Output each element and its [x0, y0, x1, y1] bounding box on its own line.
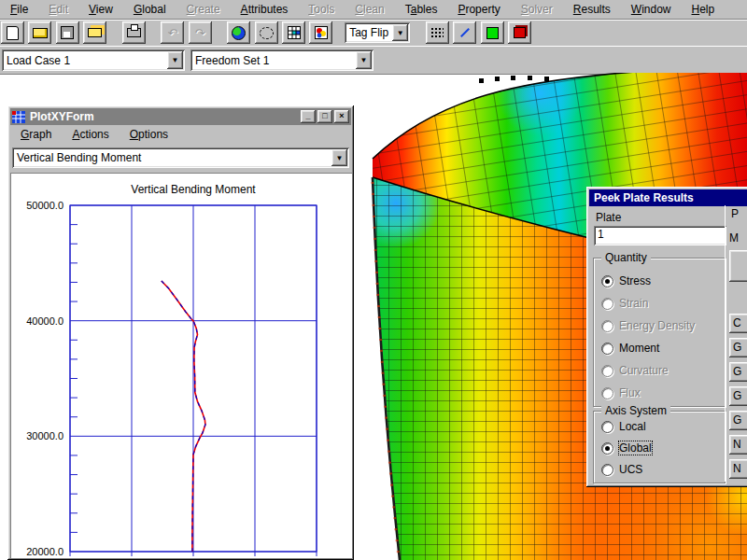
- radio-label: Moment: [619, 342, 659, 355]
- radio-circle[interactable]: [601, 421, 613, 433]
- partial-button-g-1[interactable]: G: [729, 338, 747, 357]
- tag-flip-dropdown-arrow[interactable]: ▼: [392, 24, 408, 41]
- xy-chart[interactable]: Vertical Bending Moment50000.040000.0300…: [11, 174, 350, 556]
- plotxy-window-title: PlotXYForm: [27, 110, 299, 123]
- main-toolbar: ↶ ↷ Tag Flip ▼: [0, 20, 747, 47]
- select-ellipse-icon[interactable]: [255, 21, 278, 44]
- radio-circle[interactable]: [601, 464, 613, 476]
- tag-flip-combobox[interactable]: Tag Flip ▼: [345, 22, 410, 43]
- dot-grid-icon[interactable]: [426, 21, 449, 44]
- radio-option-moment[interactable]: Moment: [601, 341, 659, 356]
- radio-circle[interactable]: [601, 275, 613, 287]
- radio-label: Curvature: [619, 364, 669, 377]
- menu-attributes[interactable]: Attributes: [231, 1, 299, 18]
- freedom-set-dropdown-arrow[interactable]: ▼: [356, 51, 372, 69]
- new-file-icon[interactable]: [1, 21, 24, 44]
- result-dropdown-arrow[interactable]: ▼: [331, 149, 347, 166]
- menu-property[interactable]: Property: [447, 1, 510, 18]
- radio-label: Flux: [619, 386, 641, 399]
- load-case-value: Load Case 1: [2, 54, 165, 67]
- table-grid-icon[interactable]: [282, 21, 305, 44]
- plate-input-value: 1: [598, 228, 604, 241]
- plotxy-titlebar[interactable]: PlotXYForm _ □ ×: [10, 108, 351, 125]
- main-menu-bar: FileEditViewGlobalCreateAttributesToolsC…: [0, 0, 747, 20]
- radio-option-stress[interactable]: Stress: [601, 273, 651, 288]
- right-column-label-p: P: [731, 207, 739, 220]
- radio-option-local[interactable]: Local: [601, 419, 646, 434]
- partial-button-g-2[interactable]: G: [729, 362, 747, 382]
- chart-ytick-label: 30000.0: [26, 430, 63, 441]
- toolbar-separator: [109, 21, 118, 43]
- plate-input[interactable]: 1: [594, 226, 726, 245]
- load-case-combobox[interactable]: Load Case 1 ▼: [2, 49, 185, 71]
- plate-label: Plate: [596, 211, 621, 224]
- result-combobox[interactable]: Vertical Bending Moment ▼: [12, 147, 349, 168]
- green-square-icon[interactable]: [481, 21, 504, 44]
- menu-actions[interactable]: Actions: [62, 126, 119, 143]
- close-icon[interactable]: ×: [334, 110, 349, 123]
- partial-button-n-6[interactable]: N: [729, 459, 747, 479]
- peek-dialog-right-column: P M CGGGGNN: [725, 205, 747, 482]
- menu-create: Create: [176, 1, 231, 18]
- minimize-icon[interactable]: _: [301, 110, 316, 123]
- freedom-set-value: Freedom Set 1: [190, 54, 354, 67]
- globe-icon[interactable]: [227, 21, 250, 44]
- quantity-group-label: Quantity: [601, 251, 651, 264]
- print-icon[interactable]: [122, 21, 146, 44]
- load-case-dropdown-arrow[interactable]: ▼: [167, 51, 183, 69]
- axis-system-groupbox: Axis System LocalGlobalUCS: [593, 411, 726, 483]
- right-column-partial-box[interactable]: [729, 250, 747, 282]
- red-cube-icon[interactable]: [508, 21, 531, 44]
- chart-title: Vertical Bending Moment: [131, 183, 256, 196]
- radio-circle: [601, 387, 613, 399]
- menu-results[interactable]: Results: [563, 1, 621, 18]
- radio-option-ucs[interactable]: UCS: [601, 462, 642, 477]
- axis-system-group-label: Axis System: [601, 404, 670, 417]
- radio-option-strain: Strain: [601, 296, 648, 311]
- menu-options[interactable]: Options: [120, 126, 178, 143]
- menu-tables[interactable]: Tables: [395, 1, 448, 18]
- radio-circle: [601, 298, 613, 310]
- save-all-folders-icon[interactable]: [83, 21, 106, 44]
- menu-window[interactable]: Window: [621, 1, 682, 18]
- peek-dialog-titlebar[interactable]: Peek Plate Results: [589, 189, 747, 206]
- freedom-set-combobox[interactable]: Freedom Set 1 ▼: [190, 49, 374, 71]
- open-folder-icon[interactable]: [28, 21, 51, 44]
- radio-option-curvature: Curvature: [601, 363, 669, 378]
- peek-plate-results-dialog: Peek Plate Results Plate 1 Quantity Stre…: [586, 187, 747, 487]
- maximize-icon[interactable]: □: [317, 110, 332, 123]
- radio-circle[interactable]: [601, 442, 613, 455]
- partial-button-g-4[interactable]: G: [729, 411, 747, 430]
- partial-button-n-5[interactable]: N: [729, 435, 747, 455]
- radio-label: Stress: [619, 274, 651, 287]
- menu-view[interactable]: View: [78, 1, 123, 18]
- menu-file[interactable]: File: [0, 1, 38, 18]
- menu-tools: Tools: [298, 1, 345, 18]
- selector-toolbar: Load Case 1 ▼ Freedom Set 1 ▼: [0, 46, 747, 75]
- partial-button-c-0[interactable]: C: [729, 314, 747, 333]
- menu-clean: Clean: [345, 1, 394, 18]
- radio-circle[interactable]: [601, 343, 613, 355]
- partial-button-g-3[interactable]: G: [729, 386, 747, 406]
- toolbar-separator: [414, 21, 422, 43]
- radio-option-energy-density: Energy Density: [601, 318, 695, 333]
- redo-icon: ↷: [189, 21, 212, 44]
- chart-colors-icon[interactable]: [309, 21, 332, 44]
- undo-icon: ↶: [161, 21, 184, 44]
- chart-panel: Vertical Bending Moment50000.040000.0300…: [10, 173, 353, 559]
- radio-option-global[interactable]: Global: [601, 441, 652, 455]
- menu-edit: Edit: [38, 1, 78, 18]
- toolbar-separator: [148, 21, 157, 43]
- save-disk-icon[interactable]: [56, 21, 79, 44]
- chart-colors-glyph: [315, 26, 328, 39]
- diagonal-line-icon[interactable]: [453, 21, 476, 44]
- table-grid-glyph: [288, 26, 301, 39]
- toolbar-separator: [215, 21, 223, 43]
- radio-label: Local: [619, 420, 646, 433]
- menu-graph[interactable]: Graph: [10, 126, 62, 143]
- menu-global[interactable]: Global: [123, 1, 176, 18]
- plotxy-menu-bar: GraphActionsOptions: [10, 125, 351, 143]
- chart-series-vertical-bending-moment-solid: [162, 281, 205, 552]
- menu-help[interactable]: Help: [682, 1, 726, 18]
- chart-ytick-label: 20000.0: [26, 546, 63, 556]
